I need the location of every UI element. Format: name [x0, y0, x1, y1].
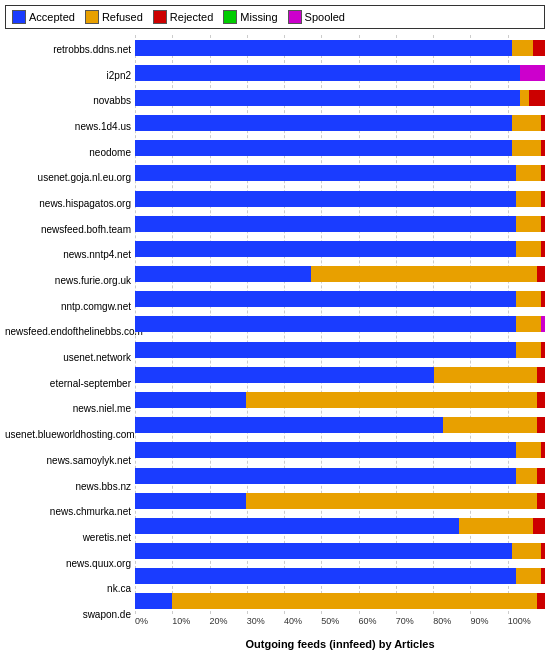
bar-row-wrapper: 6679167: [135, 518, 545, 534]
accepted-segment: [135, 40, 512, 56]
rejected-segment: [537, 468, 545, 484]
rejected-segment: [541, 442, 545, 458]
bar-row: 8019432: [135, 216, 545, 232]
refused-segment: [516, 342, 541, 358]
refused-segment: [172, 593, 537, 609]
x-tick: 20%: [210, 616, 247, 626]
y-label: news.bbs.nz: [5, 482, 131, 492]
bar-row: 2316217: [135, 392, 545, 408]
legend-accepted: Accepted: [12, 10, 75, 24]
accepted-label: Accepted: [29, 11, 75, 23]
bar-row: 8399104: [135, 568, 545, 584]
legend-refused: Refused: [85, 10, 143, 24]
bar-row-wrapper: 8399104: [135, 568, 545, 584]
accepted-segment: [135, 90, 520, 106]
bars-section: 7868741975334459783435698241576771652278…: [135, 35, 545, 650]
x-tick: 80%: [433, 616, 470, 626]
bar-row: 8388273: [135, 316, 545, 332]
x-tick: 0%: [135, 616, 172, 626]
rejected-segment: [529, 90, 545, 106]
y-labels: retrobbs.ddns.neti2pn2novabbsnews.1d4.us…: [5, 35, 135, 650]
bar-row: 3593357: [135, 266, 545, 282]
rejected-segment: [541, 140, 545, 156]
bar-row: 7834269: [135, 342, 545, 358]
accepted-segment: [135, 191, 516, 207]
y-label: news.hispagatos.org: [5, 199, 131, 209]
refused-segment: [516, 568, 541, 584]
refused-segment: [516, 241, 541, 257]
bar-row: 8315203: [135, 442, 545, 458]
bar-row-wrapper: 8098368: [135, 241, 545, 257]
y-label: novabbs: [5, 96, 131, 106]
accepted-segment: [135, 518, 459, 534]
y-label: news.nntp4.net: [5, 250, 131, 260]
rejected-color-swatch: [153, 10, 167, 24]
rejected-segment: [533, 518, 545, 534]
bar-row-wrapper: 2316217: [135, 392, 545, 408]
bar-row: 78343569: [135, 90, 545, 106]
bar-row-wrapper: 6355211: [135, 417, 545, 433]
bar-row: 8370195: [135, 468, 545, 484]
y-label: i2pn2: [5, 71, 131, 81]
legend-spooled: Spooled: [288, 10, 345, 24]
bar-row: 6106235: [135, 367, 545, 383]
bar-row-wrapper: 7719149: [135, 543, 545, 559]
accepted-segment: [135, 392, 246, 408]
spooled-segment: [541, 316, 545, 332]
legend-rejected: Rejected: [153, 10, 213, 24]
bar-row-wrapper: 7821447: [135, 165, 545, 181]
bar-row-wrapper: 2267169: [135, 493, 545, 509]
bar-row-wrapper: 78343569: [135, 90, 545, 106]
accepted-segment: [135, 291, 516, 307]
y-label: weretis.net: [5, 533, 131, 543]
accepted-segment: [135, 442, 516, 458]
rejected-segment: [537, 493, 545, 509]
rejected-segment: [537, 593, 545, 609]
legend: Accepted Refused Rejected Missing Spoole…: [5, 5, 545, 29]
bar-row: 6355211: [135, 417, 545, 433]
accepted-segment: [135, 316, 516, 332]
x-axis-title: Outgoing feeds (innfeed) by Articles: [135, 638, 545, 650]
refused-segment: [434, 367, 537, 383]
bar-row: 79528: [135, 593, 545, 609]
rejected-segment: [541, 241, 545, 257]
accepted-segment: [135, 543, 512, 559]
refused-segment: [443, 417, 537, 433]
y-label: newsfeed.bofh.team: [5, 225, 131, 235]
accepted-color-swatch: [12, 10, 26, 24]
accepted-segment: [135, 140, 512, 156]
y-label: retrobbs.ddns.net: [5, 45, 131, 55]
bar-row: 8255441: [135, 191, 545, 207]
refused-segment: [516, 291, 541, 307]
x-tick: 90%: [470, 616, 507, 626]
x-tick: 40%: [284, 616, 321, 626]
x-tick: 30%: [247, 616, 284, 626]
x-axis: 0%10%20%30%40%50%60%70%80%90%100%: [135, 616, 545, 636]
rejected-segment: [541, 342, 545, 358]
rejected-segment: [541, 568, 545, 584]
rejected-segment: [541, 191, 545, 207]
rejected-segment: [541, 115, 545, 131]
bar-row: 8241576: [135, 115, 545, 131]
rejected-segment: [537, 266, 545, 282]
x-tick: 60%: [359, 616, 396, 626]
bar-row-wrapper: 8315203: [135, 442, 545, 458]
y-label: news.1d4.us: [5, 122, 131, 132]
x-tick: 100%: [508, 616, 545, 626]
refused-segment: [459, 518, 533, 534]
bar-row: 8098368: [135, 241, 545, 257]
refused-color-swatch: [85, 10, 99, 24]
y-label: news.chmurka.net: [5, 507, 131, 517]
bar-row-wrapper: 8370195: [135, 468, 545, 484]
rejected-segment: [537, 392, 545, 408]
refused-segment: [520, 90, 528, 106]
accepted-segment: [135, 266, 311, 282]
chart-area: retrobbs.ddns.neti2pn2novabbsnews.1d4.us…: [5, 35, 545, 650]
bar-row-wrapper: 78687419: [135, 40, 545, 56]
bar-row: 7716522: [135, 140, 545, 156]
refused-segment: [311, 266, 537, 282]
bar-row-wrapper: 79528: [135, 593, 545, 609]
bar-row-wrapper: 8255441: [135, 191, 545, 207]
bar-row: 8012326: [135, 291, 545, 307]
y-label: neodome: [5, 148, 131, 158]
